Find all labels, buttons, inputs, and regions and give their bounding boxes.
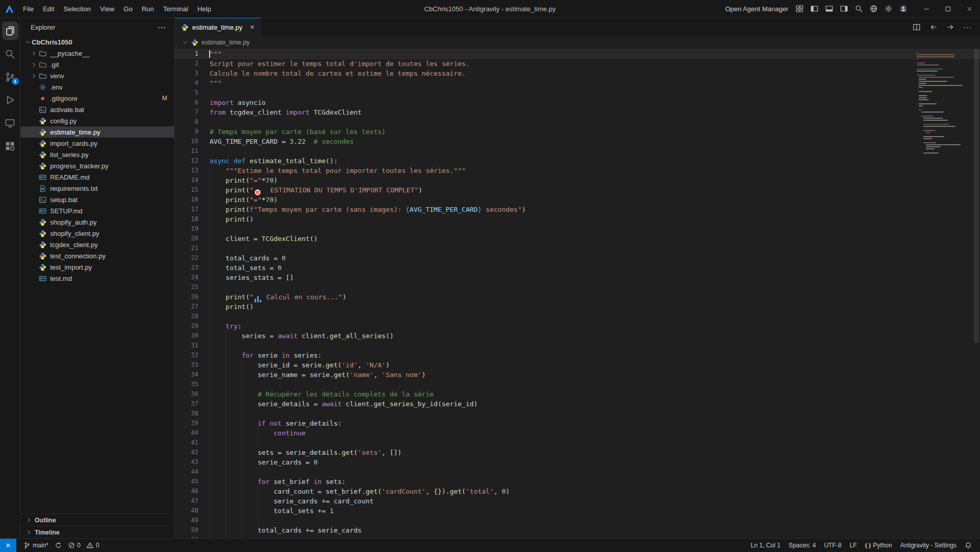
line-number[interactable]: 48	[175, 506, 198, 516]
file-test-import-py[interactable]: test_import.py	[20, 261, 174, 273]
line-number[interactable]: 19	[175, 224, 198, 234]
code-line[interactable]: 30 series = await client.get_all_series(…	[175, 331, 980, 341]
search-icon[interactable]	[855, 5, 863, 13]
line-number[interactable]: 42	[175, 448, 198, 457]
line-number[interactable]: 36	[175, 389, 198, 399]
file-setup-bat[interactable]: setup.bat	[20, 194, 174, 205]
indentation[interactable]: Spaces: 4	[785, 539, 820, 552]
code-line[interactable]: 38	[175, 409, 980, 418]
file--env[interactable]: .env	[20, 81, 174, 93]
code-line[interactable]: 20 client = TCGdexClient()	[175, 234, 980, 244]
menu-terminal[interactable]: Terminal	[158, 0, 193, 18]
folder-venv[interactable]: venv	[20, 70, 174, 81]
line-number[interactable]: 49	[175, 516, 198, 525]
code-line[interactable]: 26 print("📊 Calcul en cours...")	[175, 292, 980, 302]
code-line[interactable]: 46 card_count = set_brief.get('cardCount…	[175, 487, 980, 496]
arrow-left-icon[interactable]	[929, 23, 938, 31]
code-line[interactable]: 32 for serie in series:	[175, 350, 980, 360]
line-number[interactable]: 18	[175, 214, 198, 224]
breadcrumb[interactable]: estimate_time.py	[175, 36, 980, 49]
file-progress-tracker-py[interactable]: progress_tracker.py	[20, 160, 174, 171]
line-number[interactable]: 15	[175, 185, 198, 195]
line-number[interactable]: 50	[175, 525, 198, 535]
code-line[interactable]: 43 serie_cards = 0	[175, 457, 980, 467]
section-timeline[interactable]: Timeline	[20, 526, 174, 538]
line-number[interactable]: 38	[175, 409, 198, 418]
line-number[interactable]: 6	[175, 98, 198, 107]
code-line[interactable]: 45 for set_brief in sets:	[175, 477, 980, 487]
line-number[interactable]: 21	[175, 244, 198, 253]
line-number[interactable]: 10	[175, 137, 198, 146]
avatar-icon[interactable]	[899, 5, 907, 13]
panel-right-icon[interactable]	[840, 5, 848, 13]
folder--git[interactable]: .git	[20, 59, 174, 70]
line-number[interactable]: 22	[175, 253, 198, 263]
minimize-icon[interactable]	[916, 0, 937, 17]
code-line[interactable]: 44	[175, 467, 980, 477]
line-number[interactable]: 20	[175, 234, 198, 244]
code-line[interactable]: 10AVG_TIME_PER_CARD = 3.22 # secondes	[175, 137, 980, 146]
globe-icon[interactable]	[870, 5, 878, 13]
file-import-cards-py[interactable]: import_cards.py	[20, 138, 174, 149]
line-number[interactable]: 5	[175, 88, 198, 98]
file-test-md[interactable]: test.md	[20, 273, 174, 284]
code-line[interactable]: 12async def estimate_total_time():	[175, 156, 980, 166]
code-line[interactable]: 8	[175, 117, 980, 127]
code-line[interactable]: 11	[175, 146, 980, 156]
file-readme-md[interactable]: README.md	[20, 171, 174, 183]
code-line[interactable]: 7from tcgdex_client import TCGdexClient	[175, 107, 980, 117]
editor-scrollbar[interactable]	[973, 49, 980, 538]
code-line[interactable]: 2Script pour estimer le temps total d'im…	[175, 59, 980, 69]
line-number[interactable]: 39	[175, 418, 198, 428]
remote-indicator[interactable]	[0, 539, 16, 552]
arrow-right-icon[interactable]	[946, 23, 954, 31]
code-line[interactable]: 31	[175, 341, 980, 350]
line-number[interactable]: 43	[175, 457, 198, 467]
code-line[interactable]: 3Calcule le nombre total de cartes et es…	[175, 69, 980, 78]
code-line[interactable]: 21	[175, 244, 980, 253]
code-line[interactable]: 4"""	[175, 78, 980, 88]
line-number[interactable]: 33	[175, 360, 198, 370]
line-number[interactable]: 35	[175, 380, 198, 389]
code-line[interactable]: 6import asyncio	[175, 98, 980, 107]
encoding[interactable]: UTF-8	[820, 539, 846, 552]
file-tcgdex-client-py[interactable]: tcgdex_client.py	[20, 239, 174, 250]
line-number[interactable]: 51	[175, 535, 198, 538]
code-line[interactable]: 37 serie_details = await client.get_seri…	[175, 399, 980, 409]
code-line[interactable]: 27 print()	[175, 302, 980, 312]
code-line[interactable]: 51	[175, 535, 980, 538]
code-line[interactable]: 22 total_cards = 0	[175, 253, 980, 263]
code-line[interactable]: 19	[175, 224, 980, 234]
scrollbar-thumb[interactable]	[974, 49, 979, 343]
line-number[interactable]: 47	[175, 496, 198, 506]
settings-profile[interactable]: Antigravity - Settings	[896, 539, 961, 552]
line-number[interactable]: 45	[175, 477, 198, 487]
code-line[interactable]: 39 if not serie_details:	[175, 418, 980, 428]
explorer-root-folder[interactable]: CbChris1050	[20, 36, 174, 48]
line-number[interactable]: 34	[175, 370, 198, 380]
line-number[interactable]: 8	[175, 117, 198, 127]
code-line[interactable]: 49	[175, 516, 980, 525]
line-number[interactable]: 7	[175, 107, 198, 117]
menu-view[interactable]: View	[96, 0, 119, 18]
menu-go[interactable]: Go	[119, 0, 137, 18]
line-number[interactable]: 23	[175, 263, 198, 273]
menu-file[interactable]: File	[18, 0, 38, 18]
line-number[interactable]: 13	[175, 166, 198, 175]
line-number[interactable]: 1	[175, 49, 198, 59]
tab-close-icon[interactable]: ×	[250, 23, 254, 31]
activity-explorer[interactable]	[2, 21, 18, 40]
code-line[interactable]: 50 total_cards += serie_cards	[175, 525, 980, 535]
menu-edit[interactable]: Edit	[38, 0, 59, 18]
panel-bottom-icon[interactable]	[825, 5, 833, 13]
code-line[interactable]: 41	[175, 438, 980, 448]
line-number[interactable]: 16	[175, 195, 198, 205]
cursor-position[interactable]: Ln 1, Col 1	[747, 539, 785, 552]
tab-estimate-time-py[interactable]: estimate_time.py ×	[175, 18, 261, 36]
code-line[interactable]: 16 print("="*70)	[175, 195, 980, 205]
line-number[interactable]: 37	[175, 399, 198, 409]
line-number[interactable]: 14	[175, 175, 198, 185]
menu-selection[interactable]: Selection	[59, 0, 95, 18]
line-number[interactable]: 11	[175, 146, 198, 156]
errors[interactable]: 0	[65, 539, 84, 552]
